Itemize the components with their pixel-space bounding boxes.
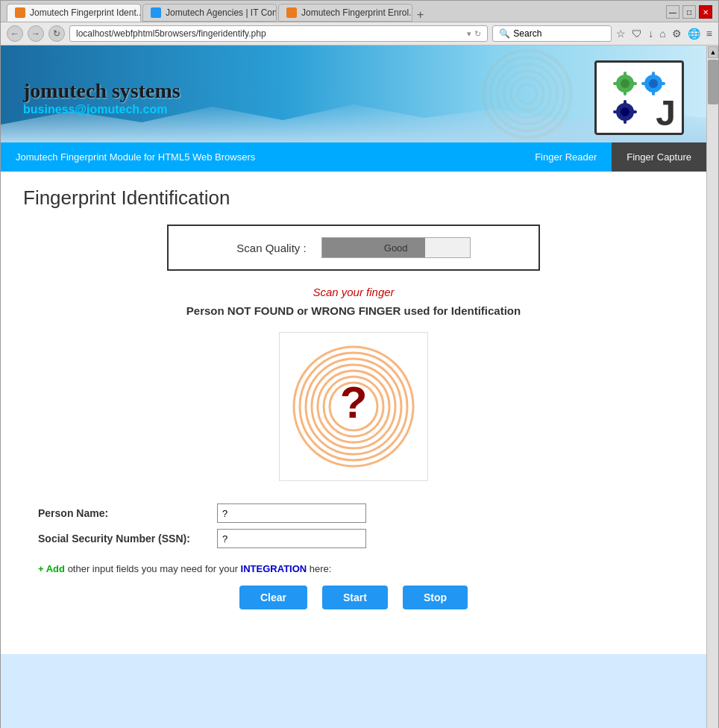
- address-icons: ▾ ↻: [467, 29, 481, 39]
- site-title: jomutech systems: [23, 79, 180, 103]
- scan-quality-label: Scan Quality :: [236, 242, 306, 254]
- tab-favicon-3: [286, 7, 297, 18]
- ssn-label: Social Security Number (SSN):: [38, 533, 217, 545]
- svg-rect-22: [613, 110, 619, 113]
- tab-favicon-1: [15, 7, 25, 18]
- page-area: jomutech systems business@jomutech.com: [1, 46, 706, 728]
- form-section: Person Name: Social Security Number (SSN…: [23, 503, 684, 548]
- site-header: jomutech systems business@jomutech.com: [1, 46, 706, 142]
- tab-label-2: Jomutech Agencies | IT Consul...: [166, 7, 277, 18]
- gear-dark-icon: [613, 100, 637, 124]
- shield-icon[interactable]: 🛡: [632, 28, 642, 40]
- gear-green-icon: [613, 72, 637, 95]
- home-icon[interactable]: ⌂: [659, 28, 665, 40]
- nav-spacer: [270, 142, 520, 172]
- svg-point-7: [621, 79, 629, 88]
- svg-rect-8: [624, 72, 627, 78]
- address-text: localhost/webfphtml5browsers/fingerident…: [76, 28, 464, 39]
- stop-button[interactable]: Stop: [403, 586, 468, 609]
- download-icon[interactable]: ↓: [648, 28, 653, 40]
- svg-point-13: [649, 79, 658, 88]
- logo-letter: J: [656, 95, 676, 131]
- person-name-row: Person Name:: [38, 503, 669, 523]
- tab-1[interactable]: Jomutech Fingerprint Ident... ✕: [7, 4, 141, 22]
- fingerprint-image: ?: [286, 339, 421, 474]
- scan-quality-bar: Good: [321, 237, 471, 258]
- person-name-label: Person Name:: [38, 507, 217, 519]
- ssn-row: Social Security Number (SSN):: [38, 529, 669, 548]
- add-link[interactable]: + Add: [38, 563, 65, 574]
- svg-rect-23: [631, 110, 637, 113]
- scroll-up-button[interactable]: ▲: [708, 46, 718, 58]
- new-tab-button[interactable]: +: [414, 8, 427, 22]
- search-text: Search: [513, 28, 541, 39]
- svg-rect-9: [624, 90, 627, 95]
- reload-icon[interactable]: ↻: [474, 29, 481, 39]
- bookmark-icon[interactable]: ☆: [616, 28, 626, 40]
- tab-favicon-2: [151, 7, 161, 18]
- address-bar[interactable]: localhost/webfphtml5browsers/fingerident…: [69, 25, 488, 42]
- person-name-input[interactable]: [217, 503, 366, 523]
- browser-frame: Jomutech Fingerprint Ident... ✕ Jomutech…: [0, 0, 719, 728]
- nav-bar: ← → ↻ localhost/webfphtml5browsers/finge…: [1, 22, 718, 46]
- tab-label-1: Jomutech Fingerprint Ident...: [30, 7, 141, 18]
- scan-quality-box: Scan Quality : Good: [167, 225, 540, 271]
- header-content: jomutech systems business@jomutech.com: [1, 46, 706, 142]
- nav-item-finger-capture[interactable]: Finger Capture: [612, 142, 706, 172]
- site-logo: J: [594, 60, 684, 135]
- tab-3[interactable]: Jomutech Fingerprint Enrol... ✕: [278, 4, 412, 22]
- start-button[interactable]: Start: [322, 586, 388, 609]
- scroll-track: [707, 105, 718, 728]
- clear-button[interactable]: Clear: [239, 586, 307, 609]
- menu-icon[interactable]: ≡: [706, 28, 712, 40]
- svg-point-19: [621, 107, 629, 116]
- scan-prompt: Scan your finger: [23, 286, 684, 298]
- tab-label-3: Jomutech Fingerprint Enrol...: [301, 7, 412, 18]
- refresh-button[interactable]: ↻: [48, 25, 65, 42]
- svg-rect-17: [659, 82, 665, 85]
- content-bottom: [1, 654, 706, 728]
- maximize-button[interactable]: □: [682, 5, 696, 19]
- add-fields-middle: other input fields you may need for your: [68, 563, 241, 574]
- dropdown-icon[interactable]: ▾: [467, 29, 471, 39]
- gear-blue-icon: [641, 72, 665, 95]
- scrollbar[interactable]: ▲ ▼: [706, 46, 718, 728]
- button-row: Clear Start Stop: [23, 586, 684, 609]
- svg-rect-21: [624, 118, 627, 124]
- search-bar[interactable]: 🔍 Search: [492, 25, 612, 42]
- svg-rect-16: [641, 82, 647, 85]
- settings-icon[interactable]: ⚙: [672, 28, 682, 40]
- svg-rect-15: [652, 90, 655, 95]
- browser-content: jomutech systems business@jomutech.com: [1, 46, 718, 728]
- svg-rect-10: [613, 82, 619, 85]
- search-icon: 🔍: [499, 28, 510, 39]
- site-navigation: Jomutech Fingerprint Module for HTML5 We…: [1, 142, 706, 172]
- nav-item-module[interactable]: Jomutech Fingerprint Module for HTML5 We…: [1, 142, 270, 172]
- nav-item-finger-reader[interactable]: Finger Reader: [520, 142, 612, 172]
- page-title: Fingerprint Identification: [23, 186, 684, 210]
- svg-rect-20: [624, 100, 627, 106]
- svg-text:?: ?: [340, 377, 368, 427]
- forward-button[interactable]: →: [28, 25, 44, 42]
- main-content: Fingerprint Identification Scan Quality …: [1, 172, 706, 654]
- globe-icon[interactable]: 🌐: [688, 28, 700, 40]
- nav-icons: ☆ 🛡 ↓ ⌂ ⚙ 🌐 ≡: [616, 28, 712, 40]
- ssn-input[interactable]: [217, 529, 366, 548]
- svg-rect-11: [631, 82, 637, 85]
- add-fields-text: + Add other input fields you may need fo…: [38, 563, 669, 574]
- add-fields-suffix: here:: [310, 563, 332, 574]
- back-button[interactable]: ←: [7, 25, 23, 42]
- fingerprint-display: ?: [279, 332, 428, 481]
- site-email: business@jomutech.com: [23, 103, 180, 116]
- not-found-message: Person NOT FOUND or WRONG FINGER used fo…: [23, 304, 684, 317]
- header-text: jomutech systems business@jomutech.com: [23, 79, 180, 116]
- integration-link[interactable]: INTEGRATION: [241, 563, 307, 574]
- close-button[interactable]: ✕: [699, 5, 712, 19]
- tab-bar: Jomutech Fingerprint Ident... ✕ Jomutech…: [1, 1, 718, 22]
- scroll-thumb[interactable]: [708, 60, 718, 104]
- scan-quality-value: Good: [322, 242, 470, 254]
- tab-2[interactable]: Jomutech Agencies | IT Consul... ✕: [142, 4, 277, 22]
- minimize-button[interactable]: —: [666, 5, 679, 19]
- svg-rect-14: [652, 72, 655, 78]
